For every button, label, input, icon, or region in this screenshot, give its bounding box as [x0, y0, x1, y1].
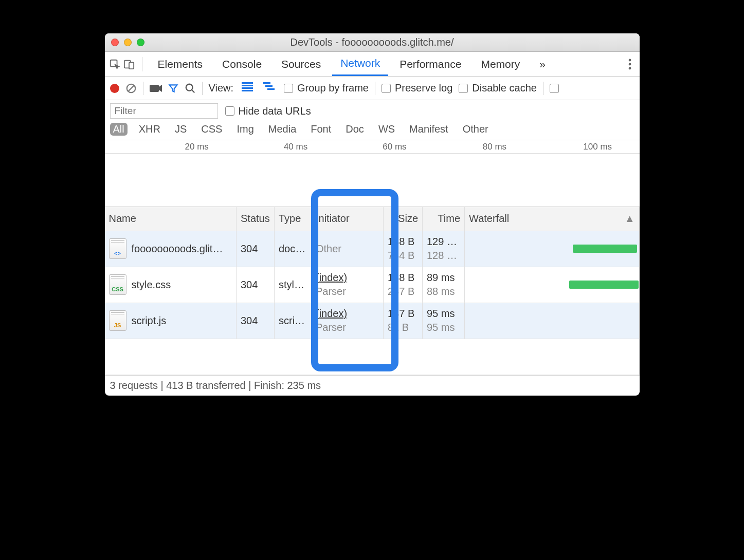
type-filter-font[interactable]: Font [307, 123, 334, 136]
requests-table: Name Status Type Initiator Size Time Wat… [105, 207, 640, 375]
initiator-cell[interactable]: Other [312, 231, 384, 267]
table-row[interactable]: <>fooooooooods.glit…304doc…Other138 B734… [105, 231, 640, 267]
filter-icon[interactable] [168, 83, 178, 94]
devtools-window: DevTools - fooooooooods.glitch.me/ Eleme… [105, 33, 640, 396]
separator [142, 57, 142, 71]
type-cell: style… [275, 267, 312, 303]
type-filter-css[interactable]: CSS [198, 123, 225, 136]
status-bar: 3 requests | 413 B transferred | Finish:… [105, 375, 640, 396]
inspect-element-icon[interactable] [109, 59, 120, 70]
tab-console[interactable]: Console [214, 52, 270, 76]
file-type-icon: <> [109, 238, 126, 259]
request-name: fooooooooods.glit… [132, 243, 223, 255]
timeline-ruler: 20 ms40 ms60 ms80 ms100 ms [105, 140, 640, 154]
clear-icon[interactable] [125, 83, 137, 94]
panel-tabs: ElementsConsoleSourcesNetworkPerformance… [105, 52, 640, 77]
status-cell: 304 [237, 267, 275, 303]
type-filter-ws[interactable]: WS [375, 123, 398, 136]
col-size-header[interactable]: Size [384, 207, 423, 231]
device-toolbar-icon[interactable] [123, 59, 135, 70]
type-filter-xhr[interactable]: XHR [136, 123, 164, 136]
request-name: style.css [132, 279, 171, 291]
type-cell: scrip… [275, 303, 312, 339]
type-filter-img[interactable]: Img [233, 123, 257, 136]
table-row[interactable]: JSscript.js304scrip…(index)Parser137 B81… [105, 303, 640, 339]
type-filter-js[interactable]: JS [172, 123, 190, 136]
disable-cache-checkbox[interactable]: Disable cache [459, 82, 537, 94]
waterfall-bar [569, 281, 639, 289]
type-filter-other[interactable]: Other [460, 123, 492, 136]
svg-rect-13 [242, 87, 253, 89]
filter-row: Hide data URLs [105, 100, 640, 121]
size-cell: 137 B81 B [384, 303, 423, 339]
type-filter-all[interactable]: All [110, 123, 128, 136]
view-label: View: [209, 82, 234, 94]
group-by-frame-checkbox[interactable]: Group by frame [284, 82, 369, 94]
tab-elements[interactable]: Elements [150, 52, 211, 76]
timeline-tick: 40 ms [284, 142, 307, 152]
svg-rect-2 [129, 62, 134, 69]
size-cell: 138 B287 B [384, 267, 423, 303]
record-button[interactable] [110, 84, 119, 93]
filter-input[interactable] [110, 103, 218, 119]
waterfall-cell [465, 267, 640, 303]
type-filter-manifest[interactable]: Manifest [406, 123, 451, 136]
window-controls [111, 39, 144, 46]
tab-sources[interactable]: Sources [273, 52, 329, 76]
col-type-header[interactable]: Type [275, 207, 312, 231]
svg-point-5 [628, 67, 631, 69]
time-cell: 129 …128 … [423, 231, 465, 267]
svg-rect-16 [265, 85, 273, 87]
tab-performance[interactable]: Performance [391, 52, 469, 76]
col-name-header[interactable]: Name [105, 207, 237, 231]
window-title: DevTools - fooooooooods.glitch.me/ [111, 36, 633, 48]
col-status-header[interactable]: Status [237, 207, 275, 231]
disable-cache-label: Disable cache [472, 82, 537, 94]
timeline-tick: 80 ms [483, 142, 506, 152]
time-cell: 95 ms95 ms [423, 303, 465, 339]
svg-line-10 [191, 89, 194, 92]
waterfall-bar [573, 245, 637, 253]
tab-network[interactable]: Network [332, 52, 388, 76]
large-rows-icon[interactable] [240, 82, 255, 94]
initiator-cell[interactable]: (index)Parser [312, 267, 384, 303]
svg-point-4 [628, 63, 631, 65]
svg-point-3 [628, 59, 631, 61]
waterfall-cell [465, 303, 640, 339]
type-filter-doc[interactable]: Doc [342, 123, 367, 136]
svg-rect-14 [242, 90, 253, 91]
close-window-button[interactable] [111, 39, 119, 46]
preserve-log-checkbox[interactable]: Preserve log [382, 82, 452, 94]
overview-icon[interactable] [261, 82, 278, 94]
svg-rect-15 [263, 82, 270, 84]
col-initiator-header[interactable]: Initiator [312, 207, 384, 231]
preserve-log-label: Preserve log [395, 82, 452, 94]
zoom-window-button[interactable] [137, 39, 144, 46]
kebab-menu-icon[interactable] [624, 59, 636, 70]
more-tabs-icon[interactable]: » [531, 52, 554, 76]
col-waterfall-header[interactable]: Waterfall [465, 207, 640, 231]
file-type-icon: JS [109, 310, 126, 331]
group-by-frame-label: Group by frame [297, 82, 369, 94]
table-row[interactable]: CSSstyle.css304style…(index)Parser138 B2… [105, 267, 640, 303]
timeline-tick: 60 ms [383, 142, 406, 152]
type-cell: doc… [275, 231, 312, 267]
overview-timeline[interactable]: 20 ms40 ms60 ms80 ms100 ms [105, 140, 640, 207]
hide-data-urls-checkbox[interactable]: Hide data URLs [225, 105, 311, 117]
resource-type-filters: AllXHRJSCSSImgMediaFontDocWSManifestOthe… [105, 121, 640, 140]
file-type-icon: CSS [109, 274, 126, 295]
offline-checkbox-truncated[interactable] [550, 84, 559, 93]
type-filter-media[interactable]: Media [265, 123, 299, 136]
size-cell: 138 B734 B [384, 231, 423, 267]
screenshot-icon[interactable] [150, 84, 162, 93]
tab-memory[interactable]: Memory [473, 52, 528, 76]
svg-rect-12 [242, 85, 253, 86]
initiator-cell[interactable]: (index)Parser [312, 303, 384, 339]
status-cell: 304 [237, 231, 275, 267]
svg-rect-11 [242, 82, 253, 84]
svg-rect-17 [267, 88, 275, 90]
waterfall-cell [465, 231, 640, 267]
minimize-window-button[interactable] [124, 39, 132, 46]
search-icon[interactable] [185, 83, 196, 94]
col-time-header[interactable]: Time [423, 207, 465, 231]
